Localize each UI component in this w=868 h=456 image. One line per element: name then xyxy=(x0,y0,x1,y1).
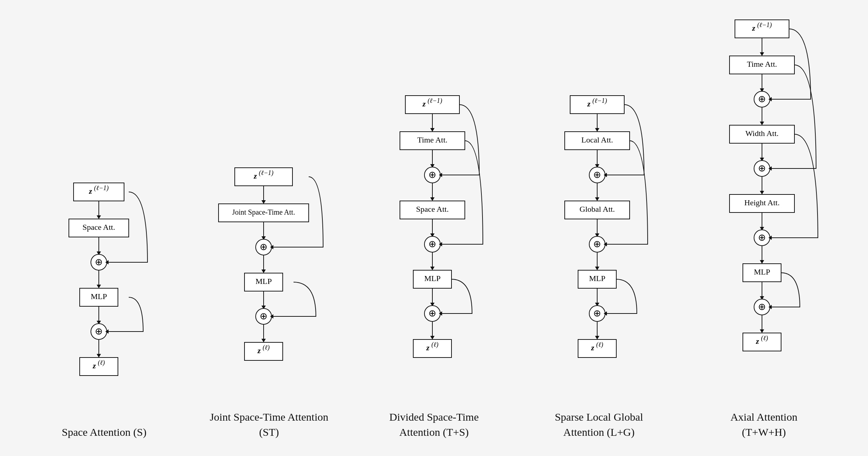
svg-text:MLP: MLP xyxy=(424,274,440,283)
svg-text:⊕: ⊕ xyxy=(260,311,268,321)
svg-text:Space Att.: Space Att. xyxy=(82,223,115,232)
svg-text:⊕: ⊕ xyxy=(428,308,436,319)
diagram-col-sparse: z (ℓ−1) Local Att. ⊕ xyxy=(516,88,681,440)
svg-marker-126 xyxy=(760,122,764,125)
diagram-col-divided: z (ℓ−1) Time Att. ⊕ xyxy=(352,88,516,440)
diagram-svg-divided: z (ℓ−1) Time Att. ⊕ xyxy=(352,88,516,399)
svg-text:⊕: ⊕ xyxy=(260,242,268,252)
svg-marker-93 xyxy=(595,197,599,201)
svg-text:⊕: ⊕ xyxy=(758,163,766,174)
svg-marker-21 xyxy=(97,354,101,358)
svg-text:MLP: MLP xyxy=(589,274,605,283)
svg-text:⊕: ⊕ xyxy=(428,239,436,249)
svg-text:Time Att.: Time Att. xyxy=(747,60,777,69)
svg-text:⊕: ⊕ xyxy=(758,94,766,104)
label-space: Space Attention (S) xyxy=(62,425,146,440)
svg-text:MLP: MLP xyxy=(91,292,107,301)
svg-text:MLP: MLP xyxy=(754,267,770,276)
svg-marker-60 xyxy=(430,197,435,201)
svg-marker-3 xyxy=(97,215,101,219)
svg-marker-153 xyxy=(760,329,764,333)
svg-text:MLP: MLP xyxy=(255,277,272,286)
svg-text:⊕: ⊕ xyxy=(758,232,766,243)
svg-text:⊕: ⊕ xyxy=(758,302,766,312)
svg-marker-144 xyxy=(760,260,764,264)
main-container: z (ℓ−1) Space Att. ⊕ xyxy=(0,0,868,456)
diagram-col-space: z (ℓ−1) Space Att. ⊕ xyxy=(22,176,186,440)
svg-text:Joint Space-Time Att.: Joint Space-Time Att. xyxy=(232,208,295,216)
svg-marker-78 xyxy=(430,336,435,339)
diagrams-row: z (ℓ−1) Space Att. ⊕ xyxy=(0,16,868,440)
diagram-svg-axial: z (ℓ−1) Time Att. ⊕ xyxy=(682,16,846,399)
svg-text:Global Att.: Global Att. xyxy=(580,205,615,214)
svg-text:Width Att.: Width Att. xyxy=(745,129,779,138)
diagram-svg-space: z (ℓ−1) Space Att. ⊕ xyxy=(22,176,186,414)
diagram-svg-joint: z (ℓ−1) Joint Space-Time Att. ⊕ xyxy=(186,161,351,399)
label-divided: Divided Space-TimeAttention (T+S) xyxy=(389,409,479,440)
label-sparse: Sparse Local GlobalAttention (L+G) xyxy=(555,409,643,440)
svg-marker-45 xyxy=(261,339,266,342)
svg-marker-102 xyxy=(595,267,599,270)
svg-marker-111 xyxy=(595,336,599,339)
svg-marker-84 xyxy=(595,128,599,132)
svg-marker-36 xyxy=(261,269,266,273)
svg-text:⊕: ⊕ xyxy=(593,239,601,249)
svg-marker-117 xyxy=(760,52,764,56)
svg-marker-51 xyxy=(430,128,435,132)
diagram-col-axial: z (ℓ−1) Time Att. ⊕ xyxy=(682,16,846,440)
svg-text:⊕: ⊕ xyxy=(593,308,601,319)
svg-text:Local Att.: Local Att. xyxy=(581,135,613,144)
svg-text:⊕: ⊕ xyxy=(593,170,601,180)
svg-text:Time Att.: Time Att. xyxy=(417,135,448,144)
svg-marker-27 xyxy=(261,200,266,204)
svg-marker-135 xyxy=(760,191,764,194)
label-joint: Joint Space-Time Attention(ST) xyxy=(210,409,329,440)
svg-text:Space Att.: Space Att. xyxy=(416,205,448,214)
svg-text:⊕: ⊕ xyxy=(95,257,103,267)
svg-marker-12 xyxy=(97,285,101,288)
svg-text:⊕: ⊕ xyxy=(428,170,436,180)
diagram-svg-sparse: z (ℓ−1) Local Att. ⊕ xyxy=(516,88,681,399)
diagram-col-joint: z (ℓ−1) Joint Space-Time Att. ⊕ xyxy=(186,161,351,440)
svg-text:Height Att.: Height Att. xyxy=(744,198,780,207)
label-axial: Axial Attention(T+W+H) xyxy=(730,409,797,440)
svg-marker-69 xyxy=(430,267,435,270)
svg-text:⊕: ⊕ xyxy=(95,326,103,337)
